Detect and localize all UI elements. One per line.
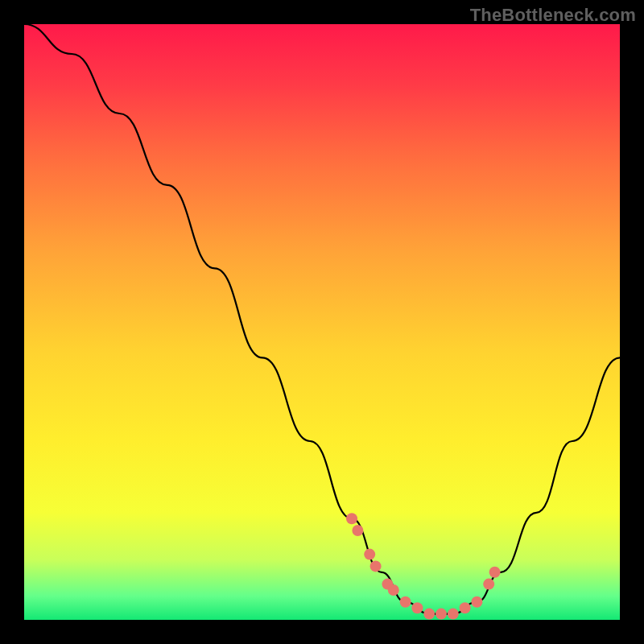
marker-dot: [460, 602, 471, 613]
marker-dot: [388, 584, 399, 596]
highlight-points: [346, 513, 501, 619]
marker-dot: [448, 609, 459, 620]
marker-dot: [483, 579, 494, 590]
marker-dot: [400, 597, 411, 608]
marker-dot: [489, 567, 501, 578]
marker-dot: [352, 525, 363, 536]
marker-dot: [436, 609, 447, 620]
marker-dot: [364, 549, 375, 560]
marker-dot: [423, 609, 435, 620]
chart-svg: [0, 0, 644, 644]
marker-dot: [346, 513, 357, 524]
marker-dot: [370, 560, 382, 572]
curve-path: [24, 24, 620, 614]
bottleneck-curve: [24, 24, 620, 614]
marker-dot: [471, 597, 482, 608]
marker-dot: [411, 602, 423, 613]
